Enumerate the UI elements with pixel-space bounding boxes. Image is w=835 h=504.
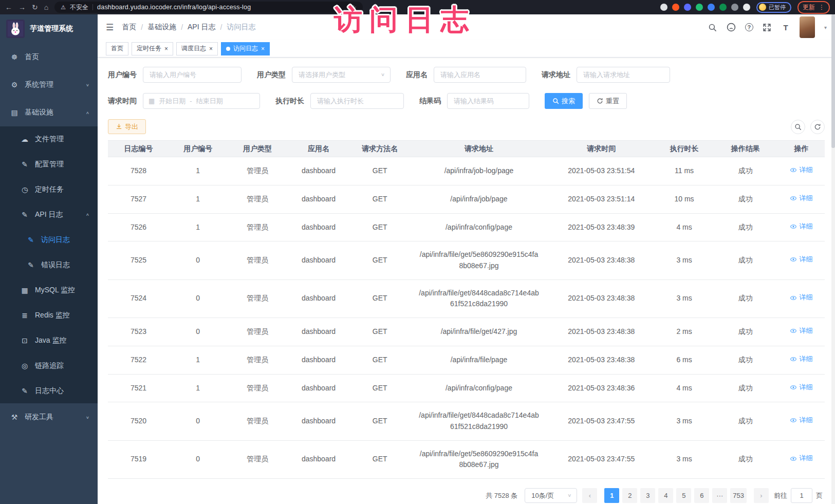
hamburger-icon[interactable]: ☰ — [106, 22, 114, 33]
request-url-input[interactable] — [577, 67, 670, 83]
close-icon[interactable]: × — [261, 46, 265, 52]
sidebar-item-scheduled-jobs[interactable]: ◷ 定时任务 — [0, 177, 98, 202]
page-number-button[interactable]: 4 — [658, 488, 673, 503]
breadcrumb-item[interactable]: API 日志 — [188, 23, 215, 32]
result-code-input[interactable] — [447, 93, 529, 109]
cell-duration: 2 ms — [655, 318, 713, 346]
detail-link[interactable]: 详细 — [790, 254, 812, 265]
detail-link[interactable]: 详细 — [790, 165, 812, 175]
cell-result: 成功 — [713, 213, 778, 241]
eye-icon — [790, 256, 797, 263]
prev-page-button[interactable]: ‹ — [582, 488, 597, 503]
tab-access-log[interactable]: 访问日志 × — [221, 42, 270, 55]
detail-link[interactable]: 详细 — [790, 354, 812, 364]
fullscreen-icon[interactable] — [763, 23, 772, 32]
help-question-icon[interactable]: ? — [745, 23, 753, 31]
github-icon[interactable] — [727, 23, 736, 32]
reset-button[interactable]: 重置 — [589, 93, 627, 109]
tab-job-log[interactable]: 调度日志 × — [176, 42, 218, 55]
breadcrumb-item[interactable]: 首页 — [122, 23, 136, 32]
user-type-select[interactable]: 请选择用户类型 ∨ — [292, 67, 391, 83]
duration-input[interactable] — [310, 93, 404, 109]
browser-back-icon[interactable]: ← — [5, 3, 12, 11]
close-icon[interactable]: × — [209, 46, 213, 52]
table-row: 7519 0 管理员 dashboard GET /api/infra/file… — [108, 440, 825, 478]
sidebar-item-log-center[interactable]: ✎ 日志中心 — [0, 378, 98, 403]
toggle-search-icon[interactable] — [791, 120, 805, 134]
browser-address-bar[interactable]: ⚠ 不安全 dashboard.yudao.iocoder.cn/infra/l… — [54, 2, 363, 13]
error-log-icon: ✎ — [27, 261, 35, 269]
page-scrollbar[interactable] — [831, 14, 835, 504]
update-button[interactable]: 更新 ⋮ — [797, 1, 830, 14]
infra-icon: ▤ — [10, 108, 18, 117]
pin-extension-icon[interactable] — [660, 4, 667, 11]
shield-extension-icon[interactable] — [684, 4, 691, 11]
sidebar-item-infrastructure[interactable]: ▤ 基础设施 ∧ — [0, 99, 98, 126]
app-logo[interactable]: 芋道管理系统 — [0, 14, 98, 43]
user-id-input[interactable] — [143, 67, 242, 83]
browser-reload-icon[interactable]: ↻ — [32, 3, 38, 11]
detail-link[interactable]: 详细 — [790, 415, 812, 425]
sidebar-item-api-log[interactable]: ✎ API 日志 ∧ — [0, 202, 98, 227]
paused-badge[interactable]: 已暂停 — [756, 2, 791, 13]
scrollbar-thumb[interactable] — [831, 14, 835, 148]
request-time-range-picker[interactable]: ▦ 开始日期 - 结束日期 — [143, 93, 260, 109]
font-size-icon[interactable]: T — [781, 23, 790, 32]
page-number-button[interactable]: 2 — [622, 488, 637, 503]
sidebar-item-redis-monitor[interactable]: ≣ Redis 监控 — [0, 303, 98, 328]
search-button[interactable]: 搜索 — [545, 93, 583, 109]
eye-icon — [790, 166, 797, 174]
gear-icon: ⚙ — [10, 81, 18, 89]
detail-link[interactable]: 详细 — [790, 193, 812, 203]
grid-extension-icon[interactable] — [719, 4, 727, 11]
tab-home[interactable]: 首页 — [106, 42, 128, 55]
sidebar-item-mysql-monitor[interactable]: ▦ MySQL 监控 — [0, 277, 98, 303]
browser-forward-icon[interactable]: → — [18, 3, 26, 11]
star-extension-icon[interactable] — [743, 4, 750, 11]
table-row: 7526 1 管理员 dashboard GET /api/infra/conf… — [108, 213, 825, 241]
avatar[interactable] — [800, 16, 815, 38]
breadcrumb-item[interactable]: 基础设施 — [147, 23, 176, 32]
bookmark-star-icon[interactable]: ☆ — [351, 4, 357, 11]
sidebar-item-config-management[interactable]: ✎ 配置管理 — [0, 152, 98, 177]
page-number-button[interactable]: 5 — [676, 488, 691, 503]
goto-page-input[interactable] — [791, 488, 812, 503]
cell-request-url: /api/infra/file/get/5e8609290e915c4fa8b0… — [411, 241, 547, 279]
orange-extension-icon[interactable] — [672, 4, 679, 11]
sidebar-item-trace[interactable]: ◎ 链路追踪 — [0, 353, 98, 378]
sidebar-item-home[interactable]: ☸ 首页 — [0, 43, 98, 71]
export-button[interactable]: 导出 — [108, 119, 146, 134]
detail-link[interactable]: 详细 — [790, 292, 812, 303]
sidebar-item-devtools[interactable]: ⚒ 研发工具 ∨ — [0, 403, 98, 431]
page-number-button[interactable]: 6 — [694, 488, 709, 503]
detail-link[interactable]: 详细 — [790, 382, 812, 393]
page-number-button[interactable]: 3 — [640, 488, 655, 503]
browser-home-icon[interactable]: ⌂ — [44, 3, 48, 11]
page-size-select[interactable]: 10条/页 ∨ — [525, 488, 577, 503]
caret-down-icon[interactable]: ▾ — [824, 25, 827, 30]
refresh-icon[interactable] — [810, 120, 825, 134]
cube-extension-icon[interactable] — [708, 4, 715, 11]
sidebar-item-file-management[interactable]: ☁ 文件管理 — [0, 126, 98, 152]
gray-extension-icon[interactable] — [731, 4, 738, 11]
search-icon[interactable] — [708, 23, 717, 32]
detail-link[interactable]: 详细 — [790, 221, 812, 232]
sidebar-item-error-log[interactable]: ✎ 错误日志 — [0, 252, 98, 277]
cell-user-type: 管理员 — [227, 318, 288, 346]
app-name-input[interactable] — [434, 67, 526, 83]
detail-link[interactable]: 详细 — [790, 326, 812, 336]
sidebar-item-java-monitor[interactable]: ⊡ Java 监控 — [0, 328, 98, 353]
pager-ellipsis[interactable]: ··· — [712, 488, 727, 503]
sidebar-item-access-log[interactable]: ✎ 访问日志 — [0, 227, 98, 252]
page-number-button[interactable]: 1 — [604, 488, 619, 503]
next-page-button[interactable]: › — [754, 488, 769, 503]
sidebar-item-label: 链路追踪 — [35, 361, 64, 370]
close-icon[interactable]: × — [164, 46, 168, 52]
page-number-button[interactable]: 753 — [730, 488, 747, 503]
page-jumper: 前往 页 — [774, 488, 823, 503]
browser-menu-icon[interactable]: ⋮ — [819, 4, 825, 11]
green-extension-icon[interactable] — [696, 4, 703, 11]
detail-link[interactable]: 详细 — [790, 453, 812, 463]
tab-scheduled-jobs[interactable]: 定时任务 × — [132, 42, 173, 55]
sidebar-item-system-management[interactable]: ⚙ 系统管理 ∨ — [0, 71, 98, 99]
